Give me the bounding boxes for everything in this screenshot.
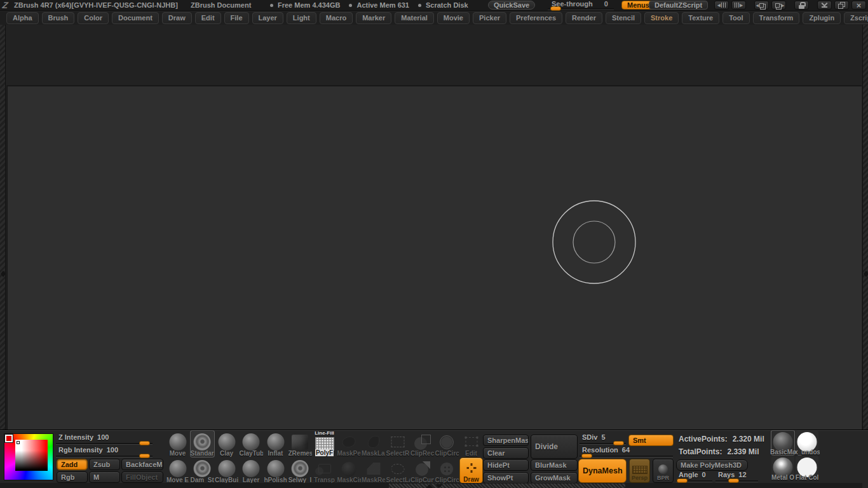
restore-window-button[interactable] bbox=[834, 1, 849, 10]
menu-brush[interactable]: Brush bbox=[42, 12, 75, 24]
right-tray-divider[interactable] bbox=[862, 25, 868, 488]
resolution-slider[interactable]: Resolution64 bbox=[580, 446, 673, 458]
rgb-intensity-slider[interactable]: Rgb Intensity100 bbox=[56, 446, 153, 458]
slider-handle[interactable] bbox=[728, 478, 739, 483]
persp-button[interactable]: Persp bbox=[629, 459, 650, 483]
slider-handle[interactable] bbox=[550, 6, 561, 11]
make-polymesh3d-button[interactable]: Make PolyMesh3D bbox=[676, 459, 748, 471]
fill-object-button[interactable]: FillObject bbox=[121, 471, 163, 483]
tool-claytub[interactable]: ClayTub bbox=[240, 431, 263, 457]
right-tray-arrow-icon[interactable] bbox=[863, 269, 868, 279]
menu-transform[interactable]: Transform bbox=[753, 12, 800, 24]
zscript-button[interactable]: DefaultZScript bbox=[649, 1, 708, 10]
menu-file[interactable]: File bbox=[224, 12, 249, 24]
current-color-swatch[interactable] bbox=[5, 435, 13, 442]
tool-standar[interactable]: Standar bbox=[191, 431, 214, 457]
rgb-button[interactable]: Rgb bbox=[57, 471, 88, 483]
tool-clipcurv[interactable]: ClipCurv bbox=[410, 458, 434, 484]
backface-mask-button[interactable]: BackfaceMask bbox=[121, 459, 163, 470]
zadd-button[interactable]: Zadd bbox=[57, 459, 88, 470]
next-document-button[interactable] bbox=[771, 1, 786, 10]
sharpen-mask-button[interactable]: SharpenMask bbox=[483, 435, 529, 446]
menu-tool[interactable]: Tool bbox=[722, 12, 749, 24]
color-picker[interactable] bbox=[4, 433, 53, 480]
tool-transp[interactable]: Transp bbox=[313, 458, 336, 484]
menu-draw[interactable]: Draw bbox=[162, 12, 192, 24]
dynamesh-button[interactable]: DynaMesh bbox=[578, 459, 627, 483]
tool-claybuil[interactable]: ClayBuil bbox=[215, 458, 238, 484]
grow-mask-button[interactable]: GrowMask bbox=[531, 472, 578, 484]
tool-hpolish[interactable]: hPolish bbox=[264, 458, 287, 484]
angle-slider[interactable]: Angle0 bbox=[676, 471, 712, 483]
sdiv-slider[interactable]: SDiv5 bbox=[580, 433, 626, 445]
lock-button[interactable] bbox=[794, 1, 809, 10]
menu-macro[interactable]: Macro bbox=[320, 12, 353, 24]
clear-mask-button[interactable]: Clear bbox=[483, 447, 529, 459]
rays-slider[interactable]: Rays12 bbox=[715, 471, 758, 483]
material-metal-o[interactable]: Metal O bbox=[771, 456, 794, 480]
left-tray-arrow-icon[interactable] bbox=[0, 269, 6, 279]
menu-preferences[interactable]: Preferences bbox=[510, 12, 562, 24]
bottom-tray-divider[interactable] bbox=[0, 483, 862, 488]
menu-marker[interactable]: Marker bbox=[356, 12, 391, 24]
collapse-right-tray-button[interactable] bbox=[731, 1, 746, 10]
tool-inflat[interactable]: Inflat bbox=[264, 431, 287, 457]
tool-selectla[interactable]: SelectLa bbox=[386, 458, 410, 484]
left-tray-divider[interactable] bbox=[0, 25, 6, 430]
slider-handle[interactable] bbox=[613, 441, 624, 445]
collapse-down-icon[interactable] bbox=[435, 484, 443, 488]
material-basicma[interactable]: BasicMa bbox=[771, 431, 794, 455]
menu-zscript[interactable]: Zscript bbox=[844, 12, 868, 24]
tool-maskre[interactable]: MaskRe bbox=[362, 458, 385, 484]
m-button[interactable]: M bbox=[89, 471, 120, 483]
tool-zremesl[interactable]: ZRemesl bbox=[288, 431, 312, 457]
see-through-slider[interactable]: See-through0 bbox=[548, 0, 614, 10]
expand-up-icon[interactable] bbox=[426, 484, 433, 488]
tool-selwy-i[interactable]: Selwy_I bbox=[288, 458, 312, 484]
menu-picker[interactable]: Picker bbox=[473, 12, 506, 24]
tool-clipcircl[interactable]: ClipCircl bbox=[435, 458, 459, 484]
menu-document[interactable]: Document bbox=[112, 12, 159, 24]
zsub-button[interactable]: Zsub bbox=[89, 459, 120, 470]
minimize-button[interactable] bbox=[817, 1, 832, 10]
menu-stroke[interactable]: Stroke bbox=[644, 12, 679, 24]
slider-handle[interactable] bbox=[581, 454, 592, 458]
close-button[interactable] bbox=[851, 1, 866, 10]
menu-texture[interactable]: Texture bbox=[682, 12, 719, 24]
slider-handle[interactable] bbox=[139, 441, 150, 445]
show-pt-button[interactable]: ShowPt bbox=[483, 472, 529, 484]
tool-clay[interactable]: Clay bbox=[215, 431, 238, 457]
tool-polyf[interactable]: Line-FillPolyF bbox=[313, 431, 336, 457]
tool-maskpe[interactable]: MaskPe bbox=[337, 431, 361, 457]
tool-edit[interactable]: Edit bbox=[459, 431, 483, 457]
blur-mask-button[interactable]: BlurMask bbox=[531, 459, 578, 471]
menu-render[interactable]: Render bbox=[566, 12, 602, 24]
menu-zplugin[interactable]: Zplugin bbox=[803, 12, 841, 24]
menu-light[interactable]: Light bbox=[287, 12, 316, 24]
tool-layer[interactable]: Layer bbox=[240, 458, 263, 484]
slider-handle[interactable] bbox=[139, 454, 150, 458]
menu-alpha[interactable]: Alpha bbox=[6, 12, 39, 24]
menu-material[interactable]: Material bbox=[395, 12, 434, 24]
material-flat-col[interactable]: Flat Col bbox=[796, 456, 818, 480]
slider-handle[interactable] bbox=[677, 478, 688, 483]
hide-pt-button[interactable]: HidePt bbox=[483, 459, 529, 471]
document-canvas[interactable] bbox=[6, 85, 862, 453]
menu-edit[interactable]: Edit bbox=[195, 12, 221, 24]
sv-selector-icon[interactable] bbox=[17, 441, 20, 444]
menu-color[interactable]: Color bbox=[78, 12, 109, 24]
tool-clipcircl[interactable]: ClipCircl bbox=[435, 431, 459, 457]
tool-move-e[interactable]: Move E bbox=[166, 458, 189, 484]
tool-masklas[interactable]: MaskLas bbox=[362, 431, 385, 457]
previous-document-button[interactable] bbox=[754, 1, 769, 10]
menu-stencil[interactable]: Stencil bbox=[606, 12, 641, 24]
collapse-left-tray-button[interactable] bbox=[714, 1, 729, 10]
tool-dam-st[interactable]: Dam_St bbox=[191, 458, 214, 484]
smt-button[interactable]: Smt bbox=[628, 435, 674, 446]
z-intensity-slider[interactable]: Z Intensity100 bbox=[56, 433, 153, 445]
saturation-value-square[interactable] bbox=[15, 440, 48, 471]
bpr-button[interactable]: BPR bbox=[653, 459, 674, 483]
tool-draw[interactable]: Draw bbox=[459, 458, 483, 484]
tool-cliprect[interactable]: ClipRect bbox=[410, 431, 434, 457]
divider-hatch[interactable] bbox=[389, 484, 625, 488]
